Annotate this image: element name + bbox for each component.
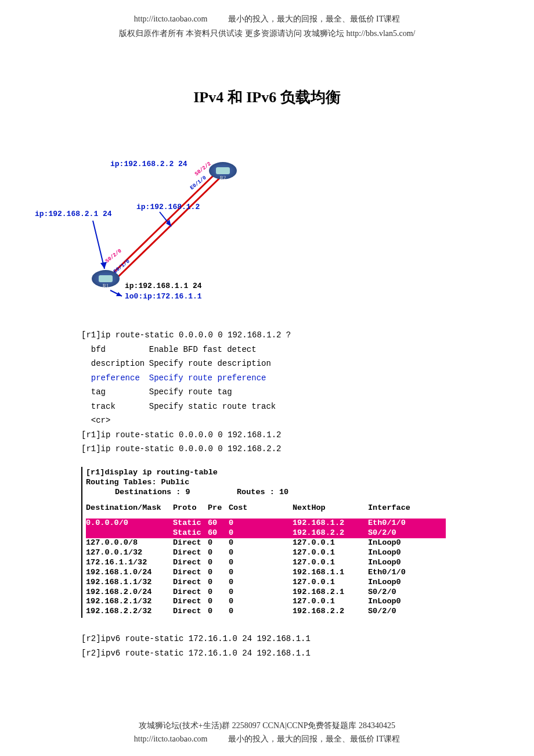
rt-pre: 60 bbox=[208, 519, 229, 528]
header-copyright: 版权归原作者所有 本资料只供试读 更多资源请访问 攻城狮论坛 http://bb… bbox=[119, 29, 416, 38]
rt-next: 192.168.1.2 bbox=[293, 519, 368, 528]
label-ip22: ip:192.168.2.2 24 bbox=[110, 160, 187, 168]
rt-cost: 0 bbox=[229, 519, 293, 528]
rt-pre: 0 bbox=[208, 568, 229, 578]
rt-pre: 0 bbox=[208, 548, 229, 558]
rt-next: 127.0.0.1 bbox=[293, 597, 368, 607]
rt-h-if: Interface bbox=[368, 503, 426, 513]
cli-option-key: <cr> bbox=[91, 413, 149, 428]
label-ip12: ip:192.168.1.2 bbox=[136, 203, 200, 211]
label-lo0: lo0:ip:172.16.1.1 bbox=[125, 292, 202, 301]
rt-line1: [r1]display ip routing-table bbox=[86, 468, 446, 478]
rt-cost: 0 bbox=[229, 578, 293, 588]
table-row: 127.0.0.0/8Direct00127.0.0.1InLoop0 bbox=[86, 538, 446, 548]
rt-routes-count: Routes : 10 bbox=[237, 488, 288, 498]
cli-cmd1: [r1]ip route-static 0.0.0.0 0 192.168.1.… bbox=[81, 428, 453, 442]
page-title: IPv4 和 IPv6 负载均衡 bbox=[0, 87, 534, 107]
rt-proto: Direct bbox=[173, 558, 208, 568]
rt-dest: 172.16.1.1/32 bbox=[86, 558, 173, 568]
rt-next: 192.168.2.2 bbox=[293, 607, 368, 617]
network-diagram: R1 R2 ip:192.168.2.2 24 ip:192.168.2.1 2… bbox=[81, 160, 232, 311]
table-row: 192.168.2.0/24Direct00192.168.2.1S0/2/0 bbox=[86, 588, 446, 597]
rt-if: Eth0/1/0 bbox=[368, 519, 426, 528]
rt-if: InLoop0 bbox=[368, 558, 426, 568]
cli2-cmd2: [r2]ipv6 route-static 172.16.1.0 24 192.… bbox=[81, 646, 453, 661]
rt-cost: 0 bbox=[229, 607, 293, 617]
rt-proto: Direct bbox=[173, 578, 208, 588]
rt-if: InLoop0 bbox=[368, 578, 426, 588]
rt-pre: 0 bbox=[208, 558, 229, 568]
footer-url: http://itcto.taobao.com bbox=[134, 735, 208, 743]
cli-block-2: [r2]ipv6 route-static 172.16.1.0 24 192.… bbox=[81, 632, 453, 660]
rt-dest: 192.168.2.0/24 bbox=[86, 588, 173, 597]
rt-next: 127.0.0.1 bbox=[293, 548, 368, 558]
rt-if: S0/2/0 bbox=[368, 588, 426, 597]
rt-proto: Static bbox=[173, 528, 208, 538]
cli-option-row: preferenceSpecify route preference bbox=[91, 371, 453, 386]
table-row: 172.16.1.1/32Direct00127.0.0.1InLoop0 bbox=[86, 558, 446, 568]
cli-cmd2: [r1]ip route-static 0.0.0.0 0 192.168.2.… bbox=[81, 442, 453, 456]
rt-pre: 0 bbox=[208, 588, 229, 597]
cli-option-row: tagSpecify route tag bbox=[91, 385, 453, 399]
rt-next: 127.0.0.1 bbox=[293, 558, 368, 568]
rt-dest: 192.168.1.0/24 bbox=[86, 568, 173, 578]
rt-proto: Direct bbox=[173, 538, 208, 548]
header-url: http://itcto.taobao.com bbox=[134, 15, 208, 23]
cli-option-key: bfd bbox=[91, 343, 149, 357]
table-row: 127.0.0.1/32Direct00127.0.0.1InLoop0 bbox=[86, 548, 446, 558]
rt-next: 127.0.0.1 bbox=[293, 538, 368, 548]
rt-proto: Direct bbox=[173, 548, 208, 558]
cli-option-row: bfdEnable BFD fast detect bbox=[91, 343, 453, 357]
cli-block-1: [r1]ip route-static 0.0.0.0 0 192.168.1.… bbox=[81, 328, 453, 456]
rt-cost: 0 bbox=[229, 568, 293, 578]
rt-proto: Direct bbox=[173, 607, 208, 617]
cli-option-row: descriptionSpecify route description bbox=[91, 357, 453, 371]
cli2-cmd1: [r2]ipv6 route-static 172.16.1.0 24 192.… bbox=[81, 632, 453, 646]
rt-h-pre: Pre bbox=[208, 503, 229, 513]
rt-dest: 192.168.2.1/32 bbox=[86, 597, 173, 607]
rt-if: S0/2/0 bbox=[368, 607, 426, 617]
router-r2: R2 bbox=[209, 162, 237, 179]
label-ip11: ip:192.168.1.1 24 bbox=[125, 282, 202, 290]
rt-cost: 0 bbox=[229, 597, 293, 607]
cli-option-desc: Specify route tag bbox=[149, 385, 232, 399]
rt-pre: 0 bbox=[208, 578, 229, 588]
footer-line1: 攻城狮论坛(技术+生活)群 2258097 CCNA|CCNP免费答疑题库 28… bbox=[139, 721, 395, 730]
rt-h-proto: Proto bbox=[173, 503, 208, 513]
svg-line-1 bbox=[115, 178, 219, 280]
table-row: 0.0.0.0/0Static600192.168.1.2Eth0/1/0 bbox=[86, 519, 446, 528]
rt-h-dest: Destination/Mask bbox=[86, 503, 173, 513]
rt-cost: 0 bbox=[229, 558, 293, 568]
rt-next: 127.0.0.1 bbox=[293, 578, 368, 588]
table-row: Static600192.168.2.2S0/2/0 bbox=[86, 528, 446, 538]
rt-proto: Direct bbox=[173, 568, 208, 578]
rt-pre: 0 bbox=[208, 538, 229, 548]
rt-cost: 0 bbox=[229, 548, 293, 558]
rt-dest: 0.0.0.0/0 bbox=[86, 519, 173, 528]
rt-proto: Direct bbox=[173, 588, 208, 597]
rt-if: InLoop0 bbox=[368, 538, 426, 548]
rt-pre: 0 bbox=[208, 607, 229, 617]
rt-dest: 127.0.0.1/32 bbox=[86, 548, 173, 558]
cli-option-desc: Enable BFD fast detect bbox=[149, 343, 257, 357]
rt-dest: 192.168.1.1/32 bbox=[86, 578, 173, 588]
rt-header-row: Destination/Mask Proto Pre Cost NextHop … bbox=[86, 503, 446, 513]
rt-cost: 0 bbox=[229, 538, 293, 548]
cli-option-desc: Specify route preference bbox=[149, 371, 266, 386]
cli-option-row: trackSpecify static route track bbox=[91, 399, 453, 414]
rt-next: 192.168.1.1 bbox=[293, 568, 368, 578]
rt-pre: 0 bbox=[208, 597, 229, 607]
rt-if: S0/2/0 bbox=[368, 528, 426, 538]
rt-if: InLoop0 bbox=[368, 548, 426, 558]
label-ip21: ip:192.168.2.1 24 bbox=[35, 210, 112, 218]
cli-option-desc: Specify route description bbox=[149, 357, 271, 371]
rt-cost: 0 bbox=[229, 528, 293, 538]
page-footer: 攻城狮论坛(技术+生活)群 2258097 CCNA|CCNP免费答疑题库 28… bbox=[0, 719, 534, 746]
svg-line-2 bbox=[93, 221, 104, 269]
cli-option-key: description bbox=[91, 357, 149, 371]
rt-proto: Static bbox=[173, 519, 208, 528]
cli-option-key: tag bbox=[91, 385, 149, 399]
rt-pre: 60 bbox=[208, 528, 229, 538]
rt-if: InLoop0 bbox=[368, 597, 426, 607]
cli-option-desc: Specify static route track bbox=[149, 399, 276, 414]
